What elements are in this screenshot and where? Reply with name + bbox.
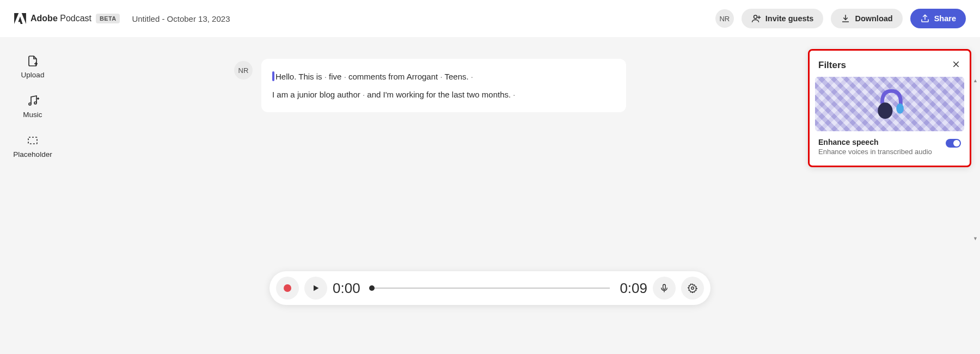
svg-rect-9 <box>28 137 37 144</box>
record-button[interactable] <box>276 277 299 300</box>
play-button[interactable] <box>304 277 327 300</box>
sidebar-item-label: Placeholder <box>13 150 52 158</box>
adobe-logo-icon <box>14 13 26 24</box>
sidebar-item-placeholder[interactable]: Placeholder <box>0 134 65 158</box>
svg-rect-15 <box>663 284 666 289</box>
sidebar-item-upload[interactable]: Upload <box>0 54 65 79</box>
transcript-word[interactable]: comments <box>348 72 388 81</box>
transcript-word[interactable]: am <box>277 90 290 99</box>
pause-dot: · <box>324 72 329 81</box>
transcript-word[interactable]: last <box>452 90 467 99</box>
microphone-icon <box>659 283 669 293</box>
svg-point-0 <box>754 15 757 19</box>
enhance-speech-row: Enhance speech Enhance voices in transcr… <box>815 131 964 160</box>
download-button[interactable]: Download <box>831 9 902 28</box>
pause-dot: · <box>471 72 473 81</box>
transcript-word[interactable]: Arrogant <box>407 72 440 81</box>
record-icon <box>284 284 291 292</box>
playhead-cursor <box>272 71 274 81</box>
transcript-word[interactable]: and <box>367 90 383 99</box>
sidebar-item-label: Music <box>23 111 42 119</box>
svg-point-13 <box>878 102 892 119</box>
scroll-up-icon: ▲ <box>973 78 977 83</box>
placeholder-icon <box>26 134 39 147</box>
app-header: Adobe Podcast BETA Untitled - October 13… <box>0 0 980 37</box>
svg-point-12 <box>896 103 904 114</box>
total-duration: 0:09 <box>620 280 647 297</box>
download-label: Download <box>855 14 892 23</box>
settings-button[interactable] <box>681 277 704 300</box>
current-time: 0:00 <box>333 280 360 297</box>
share-icon <box>920 14 930 23</box>
transcript-card[interactable]: Hello. This is · five · comments from Ar… <box>261 59 626 112</box>
transcript-word[interactable]: Teens. <box>444 72 470 81</box>
timeline-track[interactable] <box>370 288 610 289</box>
user-avatar[interactable]: NR <box>715 9 734 28</box>
pause-dot: · <box>344 72 348 81</box>
transcript-word[interactable]: from <box>388 72 406 81</box>
invite-label: Invite guests <box>765 14 814 23</box>
invite-guests-button[interactable]: Invite guests <box>742 9 824 28</box>
invite-icon <box>751 14 761 23</box>
sidebar-item-music[interactable]: Music <box>0 94 65 119</box>
filters-header: Filters <box>815 56 964 77</box>
enhance-speech-description: Enhance voices in transcribed audio <box>818 148 932 156</box>
transcript-word[interactable]: five <box>329 72 344 81</box>
left-sidebar: Upload Music Placeholder <box>0 37 65 158</box>
transcript-word[interactable]: This <box>298 72 316 81</box>
header-left: Adobe Podcast BETA Untitled - October 13… <box>14 13 230 24</box>
playback-bar: 0:00 0:09 <box>270 271 710 305</box>
gear-icon <box>688 283 697 293</box>
enhance-speech-hero <box>815 77 964 131</box>
brand-logo-group: Adobe Podcast BETA <box>14 13 120 24</box>
svg-point-5 <box>29 103 31 105</box>
transcript-word[interactable]: for <box>426 90 438 99</box>
play-icon <box>311 284 320 292</box>
close-icon[interactable] <box>951 59 961 71</box>
enhance-speech-text: Enhance speech Enhance voices in transcr… <box>818 138 932 156</box>
transcript-block: NR Hello. This is · five · comments from… <box>234 59 626 112</box>
beta-badge: BETA <box>96 14 120 23</box>
transcript-word[interactable]: months. <box>482 90 513 99</box>
pause-dot: · <box>513 90 515 99</box>
enhance-speech-title: Enhance speech <box>818 138 932 147</box>
svg-point-6 <box>34 102 36 104</box>
transcript-line[interactable]: Hello. This is · five · comments from Ar… <box>272 68 615 86</box>
brand-name: Adobe Podcast <box>30 14 91 23</box>
transcript-word[interactable]: author <box>337 90 363 99</box>
microphone-headphone-icon <box>871 86 908 123</box>
music-icon <box>26 94 39 107</box>
speaker-avatar[interactable]: NR <box>234 61 253 80</box>
filters-panel: Filters Enhance speech Enhance voices in… <box>808 49 971 167</box>
transcript-word[interactable]: working <box>396 90 426 99</box>
transcript-word[interactable]: Hello. <box>275 72 298 81</box>
upload-icon <box>26 54 39 68</box>
download-icon <box>841 14 850 23</box>
transcript-word[interactable]: the <box>438 90 452 99</box>
transcript-word[interactable]: blog <box>320 90 338 99</box>
sidebar-item-label: Upload <box>21 71 45 79</box>
panel-scrollbar[interactable]: ▲ ▼ <box>973 78 977 241</box>
transcript-word[interactable]: is <box>316 72 324 81</box>
transcript-word[interactable]: junior <box>297 90 320 99</box>
microphone-button[interactable] <box>653 277 676 300</box>
share-label: Share <box>934 14 956 23</box>
share-button[interactable]: Share <box>910 9 966 28</box>
svg-point-17 <box>691 287 694 290</box>
playhead-dot[interactable] <box>369 285 375 291</box>
transcript-word[interactable]: two <box>467 90 482 99</box>
filters-title: Filters <box>818 60 846 71</box>
enhance-speech-toggle[interactable] <box>946 139 961 148</box>
header-right: NR Invite guests Download Share <box>715 9 966 28</box>
project-title[interactable]: Untitled - October 13, 2023 <box>132 14 230 23</box>
scroll-down-icon: ▼ <box>973 236 977 241</box>
transcript-word[interactable]: a <box>290 90 297 99</box>
transcript-line[interactable]: I am a junior blog author · and I'm work… <box>272 86 615 103</box>
transcript-word[interactable]: I'm <box>383 90 396 99</box>
